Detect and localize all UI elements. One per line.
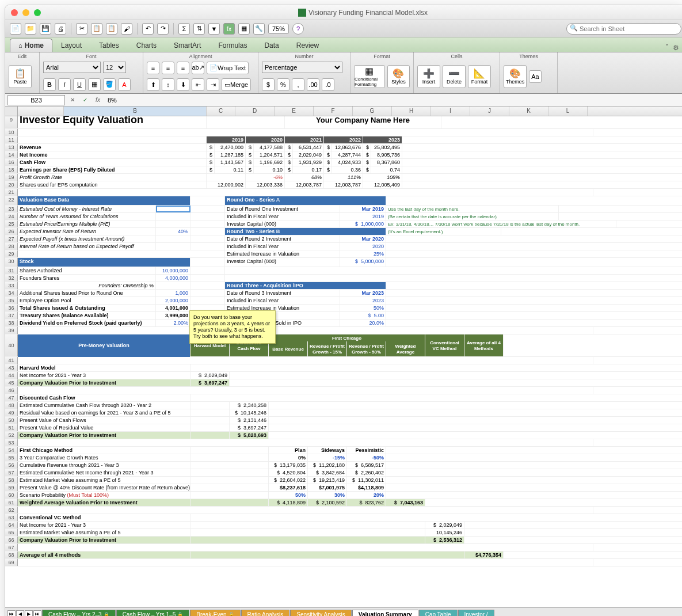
cell[interactable]: $ 5.00 — [340, 312, 386, 319]
row-header[interactable]: 43 — [5, 364, 18, 371]
row-header[interactable]: 35 — [5, 297, 18, 304]
formula-input[interactable] — [105, 95, 682, 105]
cell[interactable]: 2.00% — [156, 320, 190, 326]
cell[interactable]: $8,237,618 — [269, 484, 308, 491]
cell[interactable]: $ — [246, 151, 254, 158]
help-icon[interactable]: ? — [292, 23, 304, 35]
row-header[interactable]: 44 — [5, 372, 18, 379]
open-icon[interactable]: 📁 — [25, 23, 36, 35]
cell[interactable]: $ 1,000,000 — [340, 220, 386, 227]
cell[interactable]: -50% — [347, 454, 386, 461]
sheet-tab[interactable]: Break-Even🔒 — [190, 610, 240, 617]
cell[interactable]: 2,029,049 — [293, 151, 324, 158]
cell[interactable]: $ 6,589,517 — [347, 462, 386, 469]
row-header[interactable]: 20 — [5, 181, 18, 188]
cell[interactable]: $ 2,029,049 — [190, 372, 230, 379]
cell[interactable]: 12,005,409 — [363, 181, 402, 188]
font-size-select[interactable]: 12 — [103, 62, 126, 73]
row-header[interactable]: 65 — [5, 529, 18, 536]
cond-format-button[interactable]: ▦Conditional Formatting — [354, 65, 385, 88]
paste-button[interactable]: 📋Paste — [9, 65, 32, 88]
cell[interactable]: 3,999,000 — [156, 312, 190, 319]
cell[interactable]: $ 19,213,419 — [308, 477, 347, 484]
sort-icon[interactable]: ⇅ — [193, 23, 205, 35]
sheet-tab[interactable]: Sensitivity Analysis — [290, 610, 351, 617]
border-button[interactable]: ▦ — [88, 78, 101, 91]
row-header[interactable]: 69 — [5, 559, 18, 566]
cell[interactable]: 4,001,000 — [156, 305, 190, 311]
cell[interactable]: 50% — [340, 305, 386, 311]
cell[interactable]: $ 5,000,000 — [340, 258, 386, 267]
tab-formulas[interactable]: Formulas — [209, 39, 256, 52]
cell[interactable]: 30% — [308, 492, 347, 499]
row-header[interactable]: 25 — [5, 220, 18, 227]
cell[interactable]: $ 11,202,180 — [308, 462, 347, 469]
save-icon[interactable]: 💾 — [40, 23, 51, 35]
sheet-tab[interactable]: Investor / — [458, 610, 494, 617]
row-header[interactable]: 45 — [5, 379, 18, 386]
row-header[interactable]: 27 — [5, 235, 18, 242]
cell[interactable]: 8,905,736 — [371, 151, 402, 158]
cell[interactable]: -15% — [308, 454, 347, 461]
align-center-icon[interactable]: ≡ — [162, 62, 174, 74]
cell[interactable]: $ 4,118,809 — [269, 499, 308, 506]
redo-icon[interactable]: ↷ — [157, 23, 169, 35]
cell[interactable]: 4,177,588 — [254, 144, 285, 151]
col-header[interactable]: H — [392, 107, 431, 116]
cell[interactable]: $ 823,762 — [347, 499, 386, 506]
tab-home[interactable]: ⌂Home — [10, 39, 52, 52]
row-header[interactable]: 36 — [5, 305, 18, 311]
tab-tables[interactable]: Tables — [90, 39, 128, 52]
cell[interactable]: 2,470,000 — [215, 144, 246, 151]
sheet-tab[interactable]: Cap Table — [419, 610, 458, 617]
accept-icon[interactable]: ✓ — [80, 95, 90, 105]
row-header[interactable]: 31 — [5, 267, 18, 274]
row-header[interactable]: 13 — [5, 144, 18, 151]
cell[interactable] — [156, 243, 190, 250]
cell[interactable]: $ — [285, 166, 293, 173]
copy-icon[interactable]: 📋 — [91, 23, 102, 35]
dec-inc-icon[interactable]: .00 — [307, 78, 319, 91]
cell[interactable]: $ — [324, 166, 332, 173]
tab-nav-prev-icon[interactable]: ◀ — [16, 610, 24, 617]
format-painter-icon[interactable]: 🖌 — [121, 23, 132, 35]
row-header[interactable]: 52 — [5, 432, 18, 439]
select-all-corner[interactable] — [5, 107, 18, 116]
row-header[interactable]: 33 — [5, 282, 18, 289]
cell[interactable]: 0.17 — [293, 166, 324, 173]
cell[interactable]: 20.0% — [340, 320, 386, 326]
cell[interactable] — [156, 206, 190, 212]
cancel-icon[interactable]: ✕ — [67, 95, 78, 105]
row-header[interactable]: 29 — [5, 250, 18, 257]
cell[interactable]: 0% — [269, 454, 308, 461]
cell[interactable]: Mar 2023 — [340, 290, 386, 296]
row-header[interactable]: 16 — [5, 159, 18, 166]
row-header[interactable]: 18 — [5, 166, 18, 173]
cell[interactable]: 4,024,933 — [332, 159, 363, 166]
toolbox-icon[interactable]: 🔧 — [253, 23, 265, 35]
row-header[interactable]: 14 — [5, 151, 18, 158]
tab-nav-first-icon[interactable]: ⏮ — [7, 610, 16, 617]
row-header[interactable]: 58 — [5, 477, 18, 484]
row-header[interactable]: 39 — [5, 327, 18, 334]
cell[interactable]: $ — [324, 159, 332, 166]
cell[interactable]: 12,863,676 — [332, 144, 363, 151]
cell[interactable]: 12,003,787 — [324, 181, 363, 188]
currency-icon[interactable]: $ — [262, 78, 275, 91]
valign-mid-icon[interactable]: ↕ — [162, 78, 174, 91]
themes-button[interactable]: 🎨Themes — [504, 65, 527, 88]
valign-top-icon[interactable]: ⬆ — [147, 78, 159, 91]
zoom-select[interactable]: 75% — [268, 24, 289, 34]
row-header[interactable]: 37 — [5, 312, 18, 319]
spreadsheet-grid[interactable]: B C D E F G H I J K L 9Investor Equity V… — [5, 107, 682, 607]
autosum-icon[interactable]: Σ — [178, 23, 190, 35]
row-header[interactable]: 67 — [5, 544, 18, 551]
row-header[interactable]: 55 — [5, 454, 18, 461]
cell[interactable] — [156, 220, 190, 227]
close-button[interactable] — [11, 9, 18, 16]
bold-button[interactable]: B — [43, 78, 56, 91]
cell[interactable]: 25,802,495 — [371, 144, 402, 151]
row-header[interactable]: 21 — [5, 189, 18, 196]
tab-charts[interactable]: Charts — [128, 39, 165, 52]
col-header[interactable]: C — [207, 107, 235, 116]
